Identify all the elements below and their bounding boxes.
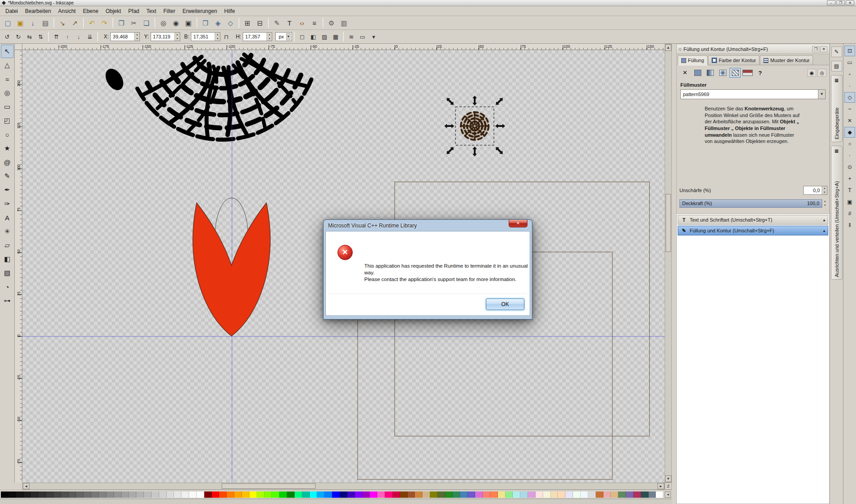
dock-tab-1[interactable]: ▦Ausrichten und verteilen (Umschalt+Strg… (831, 146, 843, 280)
menu-item-7[interactable]: Filter (160, 7, 179, 16)
snap-object-center-button[interactable]: ⊙ (844, 162, 855, 172)
snap-enable-button[interactable]: ⊡ (844, 46, 855, 56)
palette-swatch-28[interactable] (212, 491, 219, 498)
snap-midpoint-button[interactable]: · (844, 150, 855, 161)
palette-swatch-74[interactable] (558, 491, 565, 498)
transform-stroke-toggle-button[interactable]: ◻ (297, 31, 308, 42)
lower-to-bottom-button[interactable]: ⇊ (84, 31, 95, 42)
blur-spinner[interactable]: ▴▾ (822, 186, 827, 194)
palette-swatch-29[interactable] (219, 491, 227, 498)
bezier-tool[interactable]: ✒ (1, 183, 14, 197)
horizontal-scroll-track[interactable] (30, 483, 658, 489)
tweak-tool[interactable]: ≈ (1, 72, 14, 86)
opacity-spinner[interactable]: ▴▾ (822, 199, 827, 208)
preferences-button[interactable]: ⚙ (325, 17, 337, 29)
x-field[interactable]: 39,468▴▾ (110, 32, 140, 41)
palette-swatch-48[interactable] (363, 491, 370, 498)
dock-pencil-button[interactable]: ✎ (831, 46, 842, 57)
raise-button[interactable]: ↑ (62, 31, 73, 42)
transform-gradient-toggle-button[interactable]: ▨ (319, 31, 330, 42)
dock-tab-0[interactable]: ▦Eingabegeräte (831, 75, 843, 142)
scribble-drawing[interactable] (101, 51, 314, 146)
palette-swatch-39[interactable] (295, 491, 302, 498)
palette-swatch-75[interactable] (565, 491, 573, 498)
ellipse-tool[interactable]: ○ (1, 128, 14, 141)
palette-swatch-44[interactable] (332, 491, 340, 498)
panel-float-button[interactable]: ❐ (812, 46, 819, 52)
palette-swatch-4[interactable] (31, 491, 38, 498)
palette-swatch-7[interactable] (54, 491, 61, 498)
horizontal-scroll-thumb[interactable] (222, 483, 316, 489)
tab-stroke-style[interactable]: Muster der Kontur (760, 55, 813, 65)
palette-swatch-21[interactable] (159, 491, 167, 498)
palette-swatch-79[interactable] (596, 491, 603, 498)
palette-swatch-60[interactable] (453, 491, 460, 498)
lock-ratio-button[interactable]: ⊓ (221, 31, 232, 42)
palette-swatch-2[interactable] (16, 491, 24, 498)
palette-swatch-68[interactable] (513, 491, 520, 498)
palette-swatch-50[interactable] (377, 491, 385, 498)
maximize-button[interactable]: ❐ (836, 0, 845, 5)
menu-item-9[interactable]: Hilfe (221, 7, 239, 16)
zoom-page-button[interactable]: ▣ (182, 17, 194, 29)
opacity-slider[interactable]: Deckkraft (%) 100,0 (679, 199, 822, 208)
palette-swatch-62[interactable] (468, 491, 475, 498)
bucket-tool[interactable]: ◧ (1, 252, 14, 266)
unknown-paint-button[interactable]: ? (755, 68, 766, 78)
palette-swatch-41[interactable] (310, 491, 317, 498)
height-field-spinner[interactable]: ▴▾ (266, 33, 272, 41)
rectangle-tool[interactable]: ▭ (1, 100, 14, 113)
palette-swatch-45[interactable] (340, 491, 347, 498)
palette-swatch-12[interactable] (91, 491, 99, 498)
paste-button[interactable]: ❑ (140, 17, 152, 29)
palette-swatch-3[interactable] (24, 491, 31, 498)
palette-swatch-20[interactable] (152, 491, 159, 498)
fill-stroke-dialog-button[interactable]: ✎ (271, 17, 283, 29)
unlink-clone-button[interactable]: ◇ (224, 17, 236, 29)
palette-swatch-73[interactable] (551, 491, 558, 498)
edit-all-layers-button[interactable]: ≋ (346, 31, 357, 42)
flat-color-button[interactable] (692, 68, 703, 78)
palette-swatch-6[interactable] (46, 491, 54, 498)
snap-guide-button[interactable]: ‖ (844, 220, 855, 231)
save-document-button[interactable]: ↓ (27, 17, 39, 29)
palette-swatch-46[interactable] (347, 491, 355, 498)
palette-swatch-70[interactable] (528, 491, 536, 498)
x-field-spinner[interactable]: ▴▾ (134, 33, 139, 41)
snap-rotation-center-button[interactable]: + (844, 173, 855, 184)
palette-swatch-52[interactable] (392, 491, 400, 498)
transform-corners-toggle-button[interactable]: ◧ (308, 31, 319, 42)
snap-intersection-button[interactable]: ✕ (844, 115, 855, 126)
palette-swatch-77[interactable] (581, 491, 588, 498)
new-document-button[interactable]: ▢ (2, 17, 14, 29)
ok-button[interactable]: OK (486, 298, 524, 310)
undo-button[interactable]: ↶ (86, 17, 98, 29)
snap-node-button[interactable]: ◇ (844, 92, 855, 103)
gradient-tool[interactable]: ▧ (1, 266, 14, 280)
document-properties-button[interactable]: ▥ (338, 17, 350, 29)
palette-swatch-57[interactable] (430, 491, 438, 498)
menu-item-4[interactable]: Objekt (102, 7, 125, 16)
palette-swatch-54[interactable] (408, 491, 415, 498)
palette-swatch-42[interactable] (317, 491, 325, 498)
palette-swatch-17[interactable] (129, 491, 136, 498)
palette-swatch-78[interactable] (588, 491, 596, 498)
width-field[interactable]: 17,351▴▾ (191, 32, 220, 41)
snap-grid-button[interactable]: # (844, 208, 855, 219)
spray-tool[interactable]: ✳ (1, 225, 14, 238)
palette-swatch-35[interactable] (265, 491, 272, 498)
menu-item-8[interactable]: Erweiterungen (179, 7, 220, 16)
y-field-spinner[interactable]: ▴▾ (174, 33, 180, 41)
xml-editor-button[interactable]: ‹› (296, 17, 308, 29)
palette-swatch-51[interactable] (385, 491, 392, 498)
flip-vertical-button[interactable]: ⇅ (35, 31, 46, 42)
palette-swatch-56[interactable] (422, 491, 430, 498)
tab-stroke-paint[interactable]: Farbe der Kontur (708, 55, 759, 65)
lower-button[interactable]: ↓ (73, 31, 84, 42)
snap-page-border-button[interactable]: ▣ (844, 197, 855, 207)
palette-swatch-32[interactable] (242, 491, 249, 498)
linear-gradient-button[interactable] (704, 68, 716, 78)
palette-swatch-49[interactable] (370, 491, 377, 498)
blur-spinbox[interactable]: 0,0 ▴▾ (803, 186, 827, 195)
palette-swatch-18[interactable] (136, 491, 144, 498)
